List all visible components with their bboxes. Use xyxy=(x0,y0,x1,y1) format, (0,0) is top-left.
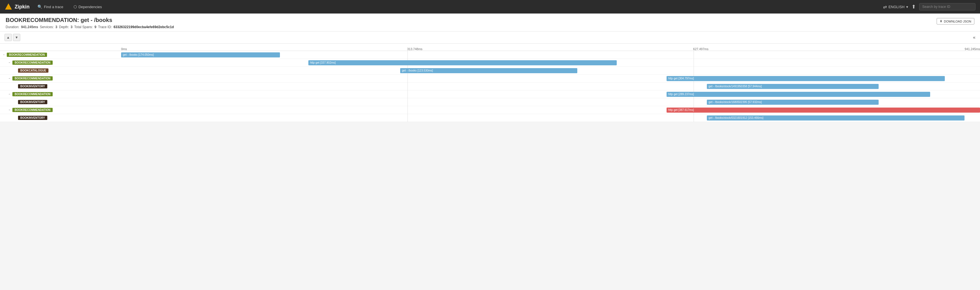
ruler-vertical-line xyxy=(407,75,408,83)
navbar: Zipkin 🔍 Find a trace ⬡ Dependencies ⇄ E… xyxy=(0,0,980,14)
collapse-icon[interactable]: − xyxy=(2,53,6,56)
trace-search-input[interactable] xyxy=(919,3,975,10)
service-badge: BOOKRECOMMENDATION xyxy=(13,108,52,112)
service-badge: BOOKRECOMMENDATION xyxy=(13,76,52,81)
ruler-vertical-line xyxy=(407,90,408,98)
download-icon: ⬇ xyxy=(940,19,942,23)
scroll-down-button[interactable]: ▼ xyxy=(13,34,20,41)
table-row: −BOOKRECOMMENDATIONhttp get [304.797ms] xyxy=(0,75,980,83)
dependencies-nav[interactable]: ⬡ Dependencies xyxy=(71,3,104,10)
span-bar[interactable]: http get [289.237ms] xyxy=(667,92,930,97)
language-selector[interactable]: ⇄ ENGLISH ▾ xyxy=(883,4,908,10)
table-row: −BOOKRECOMMENDATIONhttp get [289.237ms] xyxy=(0,90,980,98)
brand[interactable]: Zipkin xyxy=(5,3,30,11)
ruler-vertical-line xyxy=(694,59,694,67)
table-row: BOOKCATALOGUEget - /books [123.530ms] xyxy=(0,67,980,75)
ruler-vertical-line xyxy=(694,83,694,90)
ruler-vertical-line xyxy=(407,51,408,59)
navbar-right: ⇄ ENGLISH ▾ ⬆ xyxy=(883,3,975,10)
collapse-icon[interactable]: − xyxy=(8,77,11,80)
trace-header: BOOKRECOMMENDATION: get - /books ⬇ DOWNL… xyxy=(0,14,980,32)
ruler-vertical-line xyxy=(407,83,408,90)
ruler-vertical-line xyxy=(407,106,408,114)
collapse-icon: « xyxy=(973,35,975,40)
upload-icon: ⬆ xyxy=(912,4,916,10)
translate-icon: ⇄ xyxy=(883,4,887,10)
timeline-controls: ▲ ▼ « xyxy=(0,32,980,44)
collapse-icon[interactable]: − xyxy=(8,61,11,64)
collapse-icon[interactable]: − xyxy=(8,92,11,96)
find-trace-label: Find a trace xyxy=(44,5,64,9)
table-row: −BOOKRECOMMENDATIONget - /books [174.050… xyxy=(0,51,980,59)
ruler-vertical-line xyxy=(407,98,408,106)
span-bar[interactable]: get - /books/stock/1491950358 [57.944ms] xyxy=(707,84,879,89)
ruler-627ms: 627.497ms xyxy=(693,47,708,51)
span-bar-area: get - /books/stock/1491950358 [57.944ms] xyxy=(121,83,980,90)
span-bar[interactable]: get - /books [174.050ms] xyxy=(121,53,280,57)
trace-method: get xyxy=(81,17,89,23)
upload-button[interactable]: ⬆ xyxy=(912,4,916,10)
service-badge: BOOKRECOMMENDATION xyxy=(13,92,52,96)
span-bar[interactable]: http get [337.902ms] xyxy=(309,60,617,65)
scroll-up-button[interactable]: ▲ xyxy=(5,34,12,41)
table-row: BOOKINVENTORYget - /books/stock/14919503… xyxy=(0,83,980,90)
span-bar-area: get - /books [123.530ms] xyxy=(121,67,980,75)
language-label: ENGLISH xyxy=(888,5,905,9)
span-bar-area: get - /books [174.050ms] xyxy=(121,51,980,59)
svg-marker-0 xyxy=(5,3,12,10)
ruler-0ms: 0ms xyxy=(121,47,127,51)
span-rows: −BOOKRECOMMENDATIONget - /books [174.050… xyxy=(0,51,980,122)
service-badge: BOOKINVENTORY xyxy=(18,100,47,104)
trace-meta: Duration: 941.245ms Services: 3 Depth: 3… xyxy=(6,25,974,29)
trace-total-spans: 9 xyxy=(95,25,97,29)
service-badge: BOOKINVENTORY xyxy=(18,116,47,120)
search-icon: 🔍 xyxy=(37,5,42,9)
trace-view: 0ms 313.748ms 627.497ms 941.245ms −BOOKR… xyxy=(0,44,980,122)
table-row: −BOOKRECOMMENDATIONhttp get [387.617ms] xyxy=(0,106,980,114)
ruler-vertical-line xyxy=(407,114,408,122)
dependencies-icon: ⬡ xyxy=(73,5,77,9)
trace-title: BOOKRECOMMENDATION: get - /books xyxy=(6,17,112,23)
brand-name: Zipkin xyxy=(14,4,30,10)
trace-service: BOOKRECOMMENDATION xyxy=(6,17,77,23)
table-row: −BOOKRECOMMENDATIONhttp get [337.902ms] xyxy=(0,59,980,67)
span-bar-area: http get [304.797ms] xyxy=(121,75,980,83)
span-bar-area: http get [289.237ms] xyxy=(121,90,980,98)
down-arrow-icon: ▼ xyxy=(15,35,18,40)
ruler-vertical-line xyxy=(694,98,694,106)
service-badge: BOOKCATALOGUE xyxy=(18,69,48,73)
ruler-vertical-line xyxy=(694,114,694,122)
up-arrow-icon: ▲ xyxy=(6,35,10,40)
span-bar-area: get - /books/stock/1680502395 [57.932ms] xyxy=(121,98,980,106)
table-row: BOOKINVENTORYget - /books/stock/03216019… xyxy=(0,114,980,122)
ruler-313ms: 313.748ms xyxy=(407,47,422,51)
span-bar[interactable]: http get [304.797ms] xyxy=(667,76,945,81)
service-badge: BOOKINVENTORY xyxy=(18,84,47,88)
span-bar[interactable]: get - /books [123.530ms] xyxy=(400,68,577,73)
span-bar[interactable]: get - /books/stock/1680502395 [57.932ms] xyxy=(707,100,879,105)
collapse-timeline-button[interactable]: « xyxy=(973,35,975,40)
service-badge: BOOKRECOMMENDATION xyxy=(13,61,52,65)
trace-services: 3 xyxy=(56,25,57,29)
table-row: BOOKINVENTORYget - /books/stock/16805023… xyxy=(0,98,980,106)
find-trace-nav[interactable]: 🔍 Find a trace xyxy=(35,3,65,10)
span-bar[interactable]: http get [387.617ms] xyxy=(667,108,980,113)
ruler-941ms: 941.245ms xyxy=(965,47,980,51)
download-json-button[interactable]: ⬇ DOWNLOAD JSON xyxy=(937,18,974,24)
trace-path: /books xyxy=(94,17,112,23)
trace-duration: 941.245ms xyxy=(21,25,38,29)
download-label: DOWNLOAD JSON xyxy=(944,20,971,23)
chevron-down-icon: ▾ xyxy=(906,5,908,9)
service-badge: BOOKRECOMMENDATION xyxy=(7,53,47,57)
span-bar-area: http get [387.617ms] xyxy=(121,106,980,114)
ruler-vertical-line xyxy=(694,67,694,75)
trace-id-value: 63326322199d0ecba4efe69d2ebc5c1d xyxy=(113,25,174,29)
zipkin-logo-icon xyxy=(5,3,13,11)
ruler-vertical-line xyxy=(694,51,694,59)
trace-depth: 3 xyxy=(71,25,73,29)
span-bar[interactable]: get - /books/stock/0321601912 [153.466ms… xyxy=(707,115,964,121)
span-bar-area: http get [337.902ms] xyxy=(121,59,980,67)
span-bar-area: get - /books/stock/0321601912 [153.466ms… xyxy=(121,114,980,122)
collapse-icon[interactable]: − xyxy=(8,108,11,112)
dependencies-label: Dependencies xyxy=(79,5,102,9)
